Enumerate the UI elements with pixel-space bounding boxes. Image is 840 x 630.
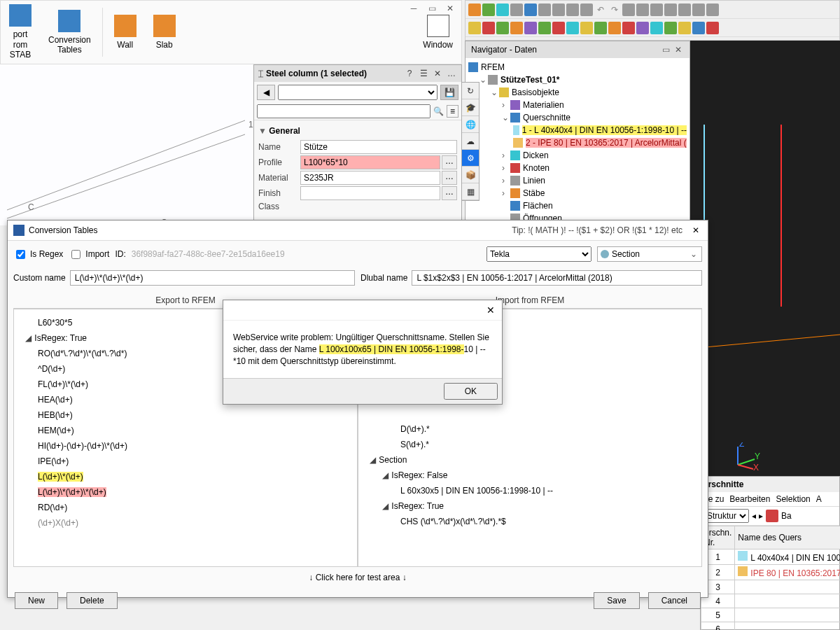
toolbar-icon[interactable] (580, 4, 593, 16)
list-item[interactable]: HEB(\d+) (18, 407, 353, 423)
cell[interactable]: 6 (701, 622, 735, 631)
ribbon-window[interactable]: Window (414, 12, 461, 52)
list-group[interactable]: ◢ IsRegex: True (363, 498, 697, 514)
save-button[interactable]: Save (594, 592, 639, 609)
toolbar-icon[interactable] (482, 22, 495, 34)
toolbar-icon[interactable] (706, 22, 719, 34)
ok-button[interactable]: OK (444, 383, 498, 400)
chevron-down-icon[interactable]: ⌄ (491, 88, 499, 97)
maximize-icon[interactable]: ▭ (424, 2, 440, 15)
toolbar-icon[interactable] (496, 4, 509, 16)
toolbar-icon[interactable] (622, 22, 635, 34)
close-icon[interactable]: ✕ (484, 304, 498, 316)
ribbon-slab[interactable]: Slab (145, 12, 184, 52)
toolbar-icon[interactable] (650, 4, 663, 16)
list-item[interactable]: L 60x30x5 | DIN EN 10056-1:1998-10 | -- (363, 483, 697, 498)
toolbar-icon[interactable] (608, 22, 621, 34)
toolbar-icon[interactable] (538, 22, 551, 34)
cancel-button[interactable]: Cancel (648, 592, 701, 609)
chevron-right-icon[interactable]: › (502, 176, 510, 186)
toolbar-icon[interactable] (636, 4, 649, 16)
tree-basis[interactable]: Basisobjekte (512, 88, 559, 97)
side-btn[interactable]: 🌐 (462, 116, 479, 133)
chevron-down-icon[interactable]: ⌄ (686, 249, 701, 259)
menu-item[interactable]: Bearbeiten (729, 494, 770, 504)
delete-button[interactable]: Delete (66, 592, 118, 609)
ribbon-wall[interactable]: Wall (106, 12, 145, 52)
tree-root[interactable]: RFEM (481, 62, 505, 72)
toolbar-icon[interactable] (566, 4, 579, 16)
list-item[interactable]: L(\d+)\*(\d+) (18, 469, 353, 484)
toolbar-icon[interactable] (580, 22, 593, 34)
close-icon[interactable]: ✕ (442, 2, 458, 15)
nav-select[interactable] (278, 85, 438, 100)
filter-icon[interactable]: ≡ (447, 105, 458, 118)
dock-icon[interactable]: ▭ (660, 44, 671, 55)
custom-name-input[interactable] (70, 270, 355, 286)
test-area-label[interactable]: ↓ Click here for test area ↓ (8, 567, 708, 588)
toolbar-icon[interactable] (594, 22, 607, 34)
chevron-down-icon[interactable]: ⌄ (479, 75, 488, 85)
toolbar-icon[interactable] (510, 4, 523, 16)
tree-model[interactable]: StützeTest_01* (500, 75, 559, 85)
toolbar-icon[interactable] (664, 4, 677, 16)
toolbar-save-icon[interactable] (538, 4, 551, 16)
tree-quer[interactable]: Querschnitte (523, 113, 570, 122)
toolbar-print-icon[interactable] (552, 4, 565, 16)
section-header[interactable]: General (269, 126, 300, 136)
close-icon[interactable]: ✕ (690, 225, 702, 235)
cell[interactable] (735, 580, 840, 594)
cell[interactable]: IPE 80 | EN 10365:2017 (735, 565, 840, 580)
toolbar-icon[interactable] (678, 22, 691, 34)
list-item[interactable]: (\d+)X(\d+) (18, 515, 353, 531)
tree-q1[interactable]: 1 - L 40x40x4 | DIN EN 10056-1:1998-10 |… (522, 125, 687, 135)
browse-button[interactable]: … (442, 186, 457, 200)
profile-input[interactable] (300, 155, 440, 169)
toolbar-icon[interactable] (468, 22, 481, 34)
name-input[interactable] (300, 140, 457, 154)
col-header[interactable]: Name des Quers (735, 526, 840, 550)
list-group[interactable]: ◢ IsRegex: False (363, 468, 697, 483)
list-item[interactable]: HEM(\d+) (18, 423, 353, 438)
close-icon[interactable]: ✕ (432, 68, 443, 79)
toolbar-icon[interactable] (692, 4, 705, 16)
ba-label[interactable]: Ba (781, 511, 792, 521)
toolbar-icon[interactable] (510, 22, 523, 34)
toolbar-icon[interactable] (524, 22, 537, 34)
toolbar-icon[interactable] (706, 4, 719, 16)
tree-linien[interactable]: Linien (523, 176, 545, 186)
list-item[interactable]: HI(\d+)-(\d+)-(\d+)\*(\d+) (18, 438, 353, 454)
side-btn-settings[interactable]: ⚙ (462, 150, 479, 167)
tree-mat[interactable]: Materialien (523, 100, 564, 110)
dlubal-name-input[interactable] (412, 270, 702, 286)
toolbar-icon[interactable] (650, 22, 663, 34)
cell[interactable]: L 40x40x4 | DIN EN 100 (735, 550, 840, 565)
cell[interactable] (735, 622, 840, 631)
section-icon[interactable] (766, 510, 778, 522)
3d-viewport[interactable]: Z Y X (690, 41, 840, 476)
tree-flaechen[interactable]: Flächen (523, 201, 553, 211)
minimize-icon[interactable]: ─ (405, 2, 422, 15)
list-icon[interactable]: ☰ (418, 68, 429, 79)
toolbar-icon[interactable] (636, 22, 649, 34)
tree-knoten[interactable]: Knoten (523, 163, 550, 173)
chevron-right-icon[interactable]: › (502, 188, 510, 198)
checkbox[interactable] (16, 250, 25, 259)
tree-staebe[interactable]: Stäbe (523, 188, 545, 198)
toolbar-icon[interactable] (552, 22, 565, 34)
list-item[interactable]: IPE(\d+) (18, 454, 353, 469)
next-icon[interactable]: ▸ (759, 511, 763, 521)
struktur-select[interactable]: Struktur (704, 509, 749, 523)
list-item[interactable]: D(\d+).* (363, 421, 697, 437)
more-icon[interactable]: … (446, 68, 457, 79)
prev-icon[interactable]: ◂ (752, 511, 756, 521)
tree-dicken[interactable]: Dicken (523, 150, 549, 160)
toolbar-icon[interactable] (692, 22, 705, 34)
tree-q2[interactable]: 2 - IPE 80 | EN 10365:2017 | ArcelorMitt… (526, 138, 687, 148)
redo-icon[interactable]: ↷ (611, 5, 618, 15)
undo-icon[interactable]: ↶ (597, 5, 604, 15)
chevron-down-icon[interactable]: ⌄ (502, 113, 510, 122)
navigator-tree[interactable]: RFEM ⌄StützeTest_01* ⌄Basisobjekte ›Mate… (465, 58, 690, 227)
chevron-right-icon[interactable]: › (502, 150, 510, 160)
toolbar-icon[interactable] (496, 22, 509, 34)
